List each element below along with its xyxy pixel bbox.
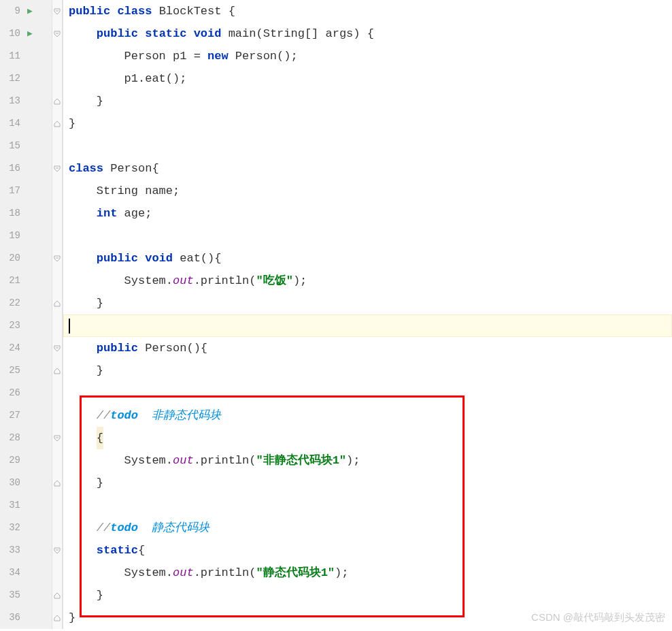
code-token: public [69,0,110,22]
fold-toggle[interactable] [52,90,62,112]
code-token [69,404,97,427]
code-token [69,427,97,449]
code-token: static [97,539,138,562]
run-icon[interactable]: ▶ [27,22,33,45]
line-number: 27 [0,404,22,427]
code-line[interactable]: public void eat(){ [63,247,672,270]
line-number: 34 [0,562,22,584]
run-icon[interactable]: ▶ [27,0,33,22]
gutter-row: 15 [0,135,52,157]
gutter-row: 19 [0,225,52,247]
fold-toggle[interactable] [52,157,62,180]
line-number: 17 [0,180,22,202]
gutter-row: 28 [0,427,52,449]
fold-spacer [52,225,62,247]
code-line[interactable] [63,382,672,404]
code-token: } [69,112,75,135]
code-line[interactable]: int age; [63,202,672,225]
code-token: todo [110,404,138,427]
code-token: public [97,247,138,270]
code-line[interactable]: public static void main(String[] args) { [63,22,672,45]
code-line[interactable]: p1.eat(); [63,67,672,90]
code-line[interactable]: } [63,292,672,314]
code-line[interactable]: { [63,427,672,449]
code-line[interactable]: System.out.println("吃饭"); [63,270,672,292]
code-line[interactable]: } [63,90,672,112]
code-line[interactable]: class Person{ [63,157,672,180]
code-token: } [69,292,103,314]
fold-toggle[interactable] [52,22,62,45]
code-token: } [69,359,103,382]
fold-toggle[interactable] [52,472,62,494]
code-token: } [69,606,75,629]
code-line[interactable]: //todo 非静态代码块 [63,404,672,427]
code-line[interactable] [63,225,672,247]
fold-toggle[interactable] [52,247,62,270]
code-token: // [97,517,110,539]
code-token [69,202,97,225]
gutter-row: 14 [0,112,52,135]
fold-toggle[interactable] [52,584,62,606]
fold-spacer [52,67,62,90]
code-token: } [69,90,103,112]
code-token: new [207,45,229,67]
code-token: age; [117,202,152,225]
fold-toggle[interactable] [52,292,62,314]
fold-toggle[interactable] [52,606,62,629]
code-token: System. [69,270,173,292]
code-line[interactable] [63,494,672,517]
code-line[interactable]: String name; [63,180,672,202]
code-line[interactable]: Person p1 = new Person(); [63,45,672,67]
gutter-row: 29 [0,449,52,472]
code-line[interactable]: } [63,472,672,494]
gutter-row: 21 [0,270,52,292]
code-token: System. [69,562,173,584]
code-token [186,22,193,45]
line-number: 30 [0,472,22,494]
code-area[interactable]: public class BlockTest { public static v… [63,0,672,629]
code-line[interactable]: } [63,359,672,382]
fold-toggle[interactable] [52,359,62,382]
code-line[interactable] [63,135,672,157]
gutter-row: 35 [0,584,52,606]
code-line[interactable]: public class BlockTest { [63,0,672,22]
line-number: 11 [0,45,22,67]
line-number: 10 [0,22,22,45]
gutter-row: 34 [0,562,52,584]
code-token: .println( [194,270,256,292]
line-number: 16 [0,157,22,180]
code-token: Person(); [229,45,298,67]
line-number: 26 [0,382,22,404]
code-line[interactable] [63,314,672,337]
fold-spacer [52,562,62,584]
fold-toggle[interactable] [52,0,62,22]
fold-toggle[interactable] [52,337,62,359]
code-token: Person p1 = [69,45,207,67]
code-token: { [97,427,103,449]
code-line[interactable]: System.out.println("非静态代码块1"); [63,449,672,472]
code-token: { [138,539,145,562]
fold-spacer [52,135,62,157]
line-number: 36 [0,606,22,629]
line-number: 13 [0,90,22,112]
code-token: 静态代码块 [138,517,209,539]
code-line[interactable]: } [63,584,672,606]
code-token: class [69,157,103,180]
code-token: .println( [194,562,256,584]
code-token: main(String[] args) { [221,22,373,45]
code-line[interactable]: static{ [63,539,672,562]
code-line[interactable]: public Person(){ [63,337,672,359]
code-token: void [194,22,222,45]
code-token: System. [69,449,173,472]
code-token: // [97,404,110,427]
code-line[interactable]: System.out.println("静态代码块1"); [63,562,672,584]
code-token: todo [110,517,138,539]
code-token [138,247,145,270]
code-line[interactable]: } [63,112,672,135]
fold-toggle[interactable] [52,539,62,562]
fold-toggle[interactable] [52,427,62,449]
fold-toggle[interactable] [52,112,62,135]
gutter-row: 31 [0,494,52,517]
code-token: static [145,22,186,45]
code-line[interactable]: //todo 静态代码块 [63,517,672,539]
